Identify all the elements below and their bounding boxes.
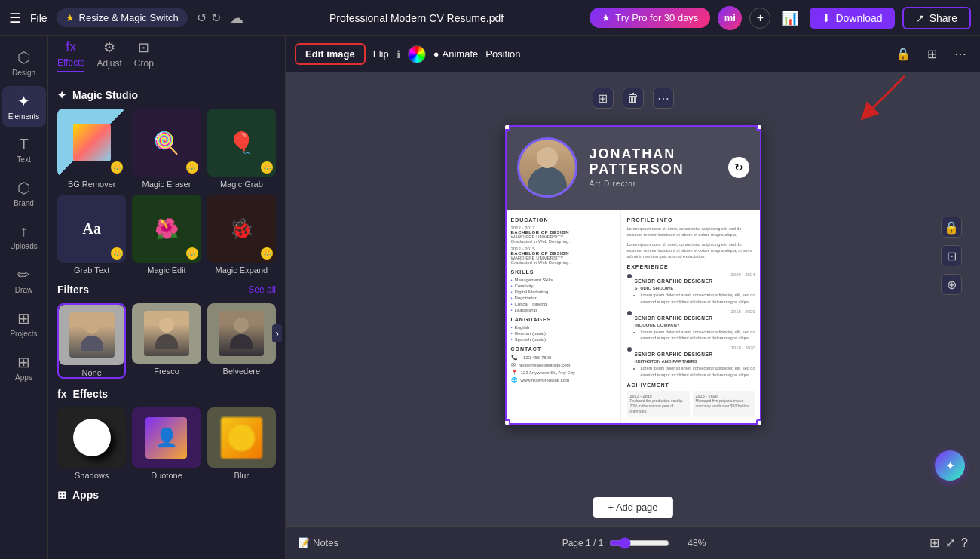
main-content: ⬡ Design ✦ Elements T Text ⬡ Brand ↑ Upl… [0, 36, 980, 559]
sidebar-item-uploads[interactable]: ↑ Uploads [2, 217, 46, 256]
canvas-wrapper[interactable]: ⊞ 🗑 ⋯ 🔒 ⊡ ⊕ [286, 72, 980, 440]
magic-studio-item-magic-grab[interactable]: 🎈 👑 Magic Grab [207, 109, 276, 189]
edit-image-button[interactable]: Edit image [295, 43, 366, 65]
magic-studio-item-bg-remover[interactable]: 👑 BG Remover [57, 109, 126, 189]
add-page-button[interactable]: + Add page [593, 497, 672, 518]
canvas-right-controls: 🔒 ⊡ ⊕ [941, 217, 962, 295]
resume-name-area: JONATHAN PATTERSON Art Director [590, 147, 716, 189]
filter-scroll-right[interactable]: › [272, 324, 282, 342]
contact-section-title: CONTACT [511, 346, 614, 352]
lock-icon[interactable]: 🔒 [893, 44, 914, 65]
profile-section-title: PROFILE INFO [627, 217, 755, 223]
magic-studio-header: ✦ Magic Studio [57, 89, 276, 101]
hamburger-icon[interactable]: ☰ [9, 10, 21, 26]
position-button[interactable]: Position [485, 48, 520, 60]
magic-switch-button[interactable]: ★ Resize & Magic Switch [57, 8, 188, 27]
grid-icon[interactable]: ⊞ [593, 88, 614, 109]
skills-section-title: SKILLS [511, 269, 614, 275]
topbar-left: ☰ File ★ Resize & Magic Switch ↺ ↻ ☁ [9, 8, 243, 27]
filter-fresco[interactable]: Fresco [132, 303, 201, 379]
add-button[interactable]: + [749, 8, 770, 29]
image-toolbar: fx Effects ⚙ Adjust ⊡ Crop [48, 36, 285, 75]
sidebar-icons: ⬡ Design ✦ Elements T Text ⬡ Brand ↑ Upl… [0, 36, 48, 559]
sidebar-item-draw[interactable]: ✏ Draw [2, 260, 46, 300]
skill-3: Digital Marketing [511, 290, 614, 294]
grid-view-button[interactable]: ⊞ [929, 536, 939, 550]
crown-badge-5: 👑 [186, 247, 198, 260]
magic-studio-item-magic-edit[interactable]: 🌺 👑 Magic Edit [132, 195, 201, 275]
download-button[interactable]: ⬇ Download [810, 8, 894, 29]
effect-shadows[interactable]: Shadows [57, 407, 126, 480]
resume-photo [517, 137, 577, 198]
tab-crop[interactable]: ⊡ Crop [134, 39, 154, 72]
animate-button[interactable]: ● Animate [433, 48, 479, 60]
magic-studio-item-magic-expand[interactable]: 🐞 👑 Magic Expand [207, 195, 276, 275]
experience-section-title: EXPERIENCE [627, 264, 755, 269]
trash-icon[interactable]: 🗑 [623, 88, 644, 109]
effect-duotone[interactable]: 👤 Duotone [132, 407, 201, 480]
expand-icon[interactable]: ⊕ [941, 274, 962, 295]
see-all-link[interactable]: See all [248, 284, 276, 295]
share-button[interactable]: ↗ Share [902, 7, 971, 29]
effects-grid: Shadows 👤 Duotone [57, 407, 276, 480]
magic-studio-item-magic-eraser[interactable]: 🍭 👑 Magic Eraser [132, 109, 201, 189]
languages-section-title: LANGUAGES [511, 317, 614, 322]
achievement-grid: 2013 - 2015 Reduced the production cost … [627, 391, 755, 417]
achievement-section-title: ACHIVEMENT [627, 382, 755, 388]
effect-blur[interactable]: Blur [207, 407, 276, 480]
notes-button[interactable]: 📝 Notes [298, 537, 338, 548]
resume-left-column: EDUCATION 2012 - 2017 BACHELOR OF DESIGN… [505, 210, 620, 425]
effects-icon: fx [57, 388, 66, 400]
undo-button[interactable]: ↺ [197, 11, 207, 25]
sidebar-item-text[interactable]: T Text [2, 130, 46, 170]
resume-document[interactable]: JONATHAN PATTERSON Art Director ↻ ED [505, 125, 761, 425]
education-entry-2: 2012 - 2015 BACHELOR OF DESIGN WARDIERE … [511, 247, 614, 265]
ai-assistant-button[interactable]: ✦ [935, 450, 965, 481]
ellipsis-icon[interactable]: ⋯ [653, 88, 674, 109]
skill-5: Critical Thinking [511, 302, 614, 306]
lang-3: Spanish (basic) [511, 337, 614, 342]
sidebar-item-apps[interactable]: ⊞ Apps [2, 347, 46, 388]
star-icon: ★ [66, 12, 75, 23]
redo-button[interactable]: ↻ [211, 11, 221, 25]
filter-belvedere[interactable]: Belvedere [207, 303, 276, 379]
zoom-slider[interactable] [609, 537, 669, 549]
resume-job-title: Art Director [590, 180, 716, 188]
fullscreen-button[interactable]: ⤢ [945, 536, 955, 550]
color-picker[interactable] [408, 45, 426, 63]
lock-right-icon[interactable]: 🔒 [941, 217, 962, 238]
canvas-object-toolbar: ⊞ 🗑 ⋯ [593, 88, 674, 109]
flip-button[interactable]: Flip [373, 48, 389, 60]
magic-studio-icon: ✦ [57, 89, 66, 101]
info-icon[interactable]: ℹ [397, 48, 400, 60]
tab-effects[interactable]: fx Effects [57, 39, 84, 72]
analytics-icon[interactable]: 📊 [778, 6, 802, 30]
sidebar-item-brand[interactable]: ⬡ Brand [2, 173, 46, 213]
cloud-save-button[interactable]: ☁ [230, 10, 243, 26]
left-panel: fx Effects ⚙ Adjust ⊡ Crop ✦ Magic Studi… [48, 36, 286, 559]
filter-none[interactable]: None [57, 303, 126, 379]
copy-icon[interactable]: ⊡ [941, 245, 962, 266]
document-title: Professional Modern CV Resume.pdf [329, 12, 504, 24]
sidebar-item-elements[interactable]: ✦ Elements [2, 86, 46, 127]
adjust-tab-icon: ⚙ [103, 39, 115, 56]
ach-entry-1: 2013 - 2015 Reduced the production cost … [627, 391, 690, 417]
resume-right-column: PROFILE INFO Lorem ipsum dolor sit amet,… [620, 210, 761, 425]
sidebar-item-projects[interactable]: ⊞ Projects [2, 303, 46, 344]
resume-body: EDUCATION 2012 - 2017 BACHELOR OF DESIGN… [505, 210, 761, 425]
avatar[interactable]: mi [718, 6, 742, 30]
draw-icon: ✏ [17, 266, 30, 284]
help-button[interactable]: ? [961, 536, 968, 550]
try-pro-button[interactable]: ★ Try Pro for 30 days [590, 8, 710, 28]
texture-icon[interactable]: ⊞ [921, 44, 942, 65]
crown-badge-6: 👑 [261, 247, 273, 260]
magic-studio-item-grab-text[interactable]: Aa 👑 Grab Text [57, 195, 126, 275]
topbar-center: Professional Modern CV Resume.pdf [253, 12, 581, 24]
more-options-icon[interactable]: ⋯ [950, 44, 971, 65]
refresh-button[interactable]: ↻ [728, 157, 749, 178]
filter-items-container: None Fresco [57, 303, 276, 379]
tab-adjust[interactable]: ⚙ Adjust [96, 39, 121, 72]
sidebar-item-design[interactable]: ⬡ Design [2, 42, 46, 83]
file-menu[interactable]: File [30, 12, 47, 24]
filters-header: Filters See all [57, 284, 276, 296]
